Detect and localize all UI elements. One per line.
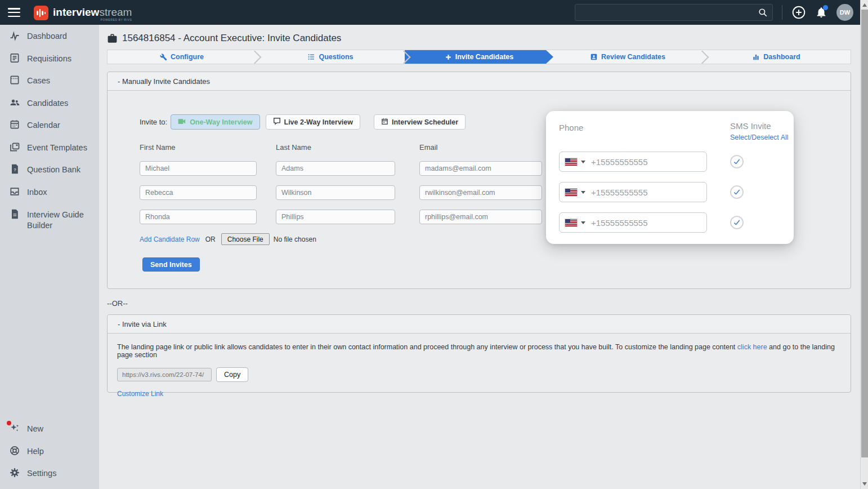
sidebar-item-question-bank[interactable]: ? Question Bank bbox=[0, 158, 99, 181]
us-flag-icon[interactable] bbox=[565, 158, 577, 166]
step-label: Dashboard bbox=[763, 53, 800, 61]
sms-invite-checkbox[interactable] bbox=[730, 216, 744, 229]
app-logo[interactable]: interviewstream POWERED BY RIVS bbox=[34, 4, 132, 21]
sidebar-item-label: Question Bank bbox=[27, 163, 80, 176]
page-title-text: 1564816854 - Account Executive: Invite C… bbox=[122, 33, 341, 44]
email-field[interactable] bbox=[419, 185, 542, 200]
step-label: Review Candidates bbox=[601, 53, 665, 61]
sidebar: Dashboard Requisitions Cases Candidates … bbox=[0, 25, 99, 489]
wizard-steps: Configure Questions Invite Candidates Re… bbox=[107, 50, 851, 64]
phone-number-value[interactable]: +15555555555 bbox=[591, 218, 648, 228]
public-link-field[interactable] bbox=[117, 368, 212, 381]
manually-invite-panel-header[interactable]: - Manually Invite Candidates bbox=[108, 72, 851, 91]
window-scrollbar[interactable] bbox=[860, 0, 868, 489]
step-questions[interactable]: Questions bbox=[256, 50, 405, 64]
sparkles-icon bbox=[9, 423, 20, 434]
waveform-logo-icon bbox=[34, 6, 48, 20]
sidebar-item-label: Calendar bbox=[27, 119, 60, 131]
landing-page-description: The landing page link or public link all… bbox=[117, 343, 841, 359]
step-review-candidates[interactable]: Review Candidates bbox=[553, 50, 702, 64]
add-circle-icon[interactable] bbox=[791, 5, 806, 20]
choose-file-button[interactable]: Choose File bbox=[221, 233, 270, 245]
sidebar-item-interview-guide-builder[interactable]: Interview Guide Builder bbox=[0, 203, 99, 237]
invite-via-link-panel-header[interactable]: - Invite via Link bbox=[108, 315, 851, 334]
phone-input[interactable]: +15555555555 bbox=[559, 212, 707, 233]
document-icon bbox=[9, 208, 20, 220]
sidebar-item-calendar[interactable]: Calendar bbox=[0, 114, 99, 136]
us-flag-icon[interactable] bbox=[565, 219, 577, 226]
search-input[interactable] bbox=[575, 4, 773, 21]
notifications-bell-icon[interactable] bbox=[815, 6, 827, 19]
last-name-field[interactable] bbox=[276, 185, 395, 200]
last-name-field[interactable] bbox=[276, 161, 395, 176]
avatar[interactable]: DW bbox=[836, 4, 853, 21]
first-name-field[interactable] bbox=[140, 161, 257, 176]
top-bar: interviewstream POWERED BY RIVS DW bbox=[0, 0, 860, 25]
scroll-down-arrow-icon[interactable] bbox=[862, 482, 867, 486]
person-card-icon bbox=[590, 53, 598, 61]
sidebar-item-new[interactable]: New bbox=[0, 417, 99, 440]
sidebar-item-candidates[interactable]: Candidates bbox=[0, 92, 99, 114]
sms-invite-column-label: SMS Invite bbox=[730, 121, 771, 131]
first-name-column-label: First Name bbox=[140, 143, 276, 152]
step-label: Questions bbox=[319, 53, 353, 61]
sidebar-item-inbox[interactable]: Inbox bbox=[0, 181, 99, 203]
or-label: OR bbox=[205, 235, 216, 243]
step-dashboard[interactable]: Dashboard bbox=[702, 50, 851, 64]
select-deselect-all-link[interactable]: Select/Deselect All bbox=[730, 134, 789, 141]
calendar-icon bbox=[9, 119, 20, 130]
page-title: 1564816854 - Account Executive: Invite C… bbox=[107, 33, 860, 44]
us-flag-icon[interactable] bbox=[565, 189, 577, 196]
phone-column-label: Phone bbox=[559, 121, 730, 141]
videocam-icon bbox=[178, 118, 186, 126]
phone-input[interactable]: +15555555555 bbox=[559, 182, 707, 202]
phone-input[interactable]: +15555555555 bbox=[559, 152, 707, 172]
briefcase-icon bbox=[107, 33, 118, 44]
first-name-field[interactable] bbox=[140, 210, 257, 224]
or-divider-text: --OR-- bbox=[107, 299, 860, 308]
sidebar-item-label: Candidates bbox=[27, 97, 68, 109]
email-field[interactable] bbox=[419, 161, 542, 176]
sidebar-item-label: Event Templates bbox=[27, 141, 87, 154]
country-dropdown-caret-icon[interactable] bbox=[581, 191, 585, 194]
scrollbar-thumb[interactable] bbox=[861, 10, 868, 457]
scroll-up-arrow-icon[interactable] bbox=[862, 3, 867, 7]
sidebar-item-settings[interactable]: Settings bbox=[0, 462, 99, 484]
live-two-way-interview-button[interactable]: Live 2-Way Interview bbox=[266, 114, 361, 130]
country-dropdown-caret-icon[interactable] bbox=[581, 221, 585, 224]
gear-icon bbox=[9, 467, 20, 478]
sms-invite-checkbox[interactable] bbox=[730, 155, 744, 168]
step-configure[interactable]: Configure bbox=[108, 50, 256, 64]
menu-icon[interactable] bbox=[8, 8, 20, 17]
send-invites-button[interactable]: Send Invites bbox=[142, 257, 200, 272]
interview-scheduler-button[interactable]: Interview Scheduler bbox=[374, 114, 466, 130]
search-icon[interactable] bbox=[758, 7, 768, 20]
first-name-field[interactable] bbox=[140, 185, 257, 200]
windows-copy-icon bbox=[9, 141, 20, 153]
sidebar-item-event-templates[interactable]: Event Templates bbox=[0, 136, 99, 159]
sidebar-item-label: Cases bbox=[27, 74, 50, 87]
bar-chart-icon bbox=[752, 53, 760, 61]
svg-text:?: ? bbox=[14, 168, 16, 173]
copy-link-button[interactable]: Copy bbox=[216, 367, 248, 382]
add-candidate-row-link[interactable]: Add Candidate Row bbox=[140, 235, 200, 243]
list-icon bbox=[307, 53, 315, 61]
sidebar-item-cases[interactable]: Cases bbox=[0, 69, 99, 92]
one-way-interview-button[interactable]: One-Way Interview bbox=[171, 114, 259, 130]
phone-number-value[interactable]: +15555555555 bbox=[591, 157, 648, 167]
document-list-icon bbox=[9, 52, 20, 64]
email-field[interactable] bbox=[419, 210, 542, 224]
customize-link[interactable]: Customize Link bbox=[117, 390, 163, 398]
step-invite-candidates[interactable]: Invite Candidates bbox=[405, 50, 553, 64]
pulse-chart-icon bbox=[9, 30, 20, 41]
sidebar-item-label: New bbox=[27, 423, 43, 435]
sidebar-item-requisitions[interactable]: Requisitions bbox=[0, 47, 99, 70]
sms-invite-checkbox[interactable] bbox=[730, 185, 744, 199]
click-here-link[interactable]: click here bbox=[737, 343, 767, 351]
phone-number-value[interactable]: +15555555555 bbox=[591, 188, 648, 197]
life-ring-icon bbox=[9, 445, 20, 456]
last-name-field[interactable] bbox=[276, 210, 395, 224]
sidebar-item-help[interactable]: Help bbox=[0, 440, 99, 463]
sidebar-item-dashboard[interactable]: Dashboard bbox=[0, 25, 99, 47]
country-dropdown-caret-icon[interactable] bbox=[581, 161, 585, 163]
